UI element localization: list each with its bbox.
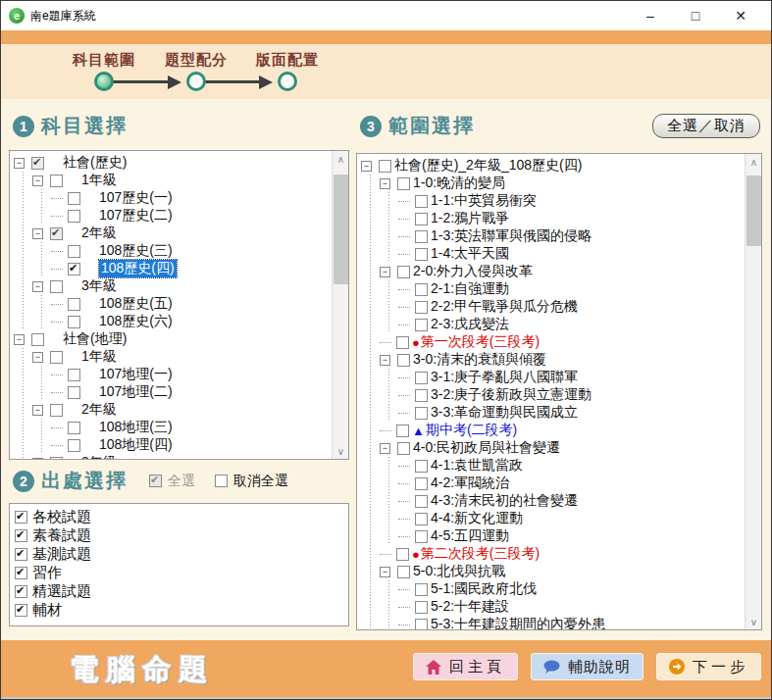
select-all-checkbox[interactable] (149, 475, 162, 487)
deselect-all-checkbox[interactable] (215, 475, 228, 487)
toggle-all-button[interactable]: 全選／取消 (652, 114, 760, 138)
tree-checkbox[interactable] (415, 495, 428, 508)
tree-item-label[interactable]: 3-3:革命運動與民國成立 (431, 404, 578, 422)
tree-item[interactable]: 4-3:清末民初的社會變遷 (361, 492, 745, 510)
tree-item[interactable]: 4-1:袁世凱當政 (361, 457, 745, 475)
tree-item-label[interactable]: 4-0:民初政局與社會變遷 (413, 439, 560, 457)
tree-item[interactable]: 108地理(四) (14, 436, 332, 454)
source-list-item[interactable]: 各校試題 (15, 508, 348, 526)
tree-item[interactable]: 2-2:甲午戰爭與瓜分危機 (361, 298, 745, 316)
tree-item[interactable]: 107歷史(二) (14, 207, 332, 225)
tree-item[interactable]: −5-0:北伐與抗戰 (361, 563, 745, 580)
tree-checkbox[interactable] (68, 210, 80, 223)
close-button[interactable]: ✕ (718, 1, 763, 30)
tree-checkbox[interactable] (31, 157, 44, 170)
tree-item-label[interactable]: 2年級 (81, 225, 117, 242)
tree-checkbox[interactable] (50, 351, 63, 364)
tree-item-label[interactable]: 3年級 (81, 277, 117, 295)
tree-checkbox[interactable] (397, 266, 410, 278)
source-list-item[interactable]: 輔材 (15, 601, 348, 620)
next-button[interactable]: 下一步 (656, 653, 761, 680)
tree-checkbox[interactable] (415, 530, 428, 543)
tree-checkbox[interactable] (50, 404, 63, 417)
tree-item-label[interactable]: 108歷史(四) (99, 260, 177, 277)
expand-collapse-icon[interactable]: − (14, 158, 25, 169)
tree-checkbox[interactable] (415, 619, 428, 630)
tree-item[interactable]: −3年級 (14, 454, 332, 459)
tree-item-label[interactable]: 5-1:國民政府北伐 (431, 580, 537, 598)
tree-item-label[interactable]: 3-2:庚子後新政與立憲運動 (431, 386, 592, 404)
tree-item-label[interactable]: 社會(歷史)_2年級_108歷史(四) (394, 157, 582, 175)
source-checkbox[interactable] (15, 548, 27, 561)
tree-checkbox[interactable] (415, 372, 428, 384)
tree-item[interactable]: −2-0:外力入侵與改革 (361, 263, 745, 280)
scroll-down-icon[interactable]: ∨ (333, 443, 349, 459)
tree-item-label[interactable]: 1-1:中英貿易衝突 (431, 192, 537, 210)
source-checkbox[interactable] (15, 567, 27, 579)
tree-item[interactable]: −1年級 (14, 348, 332, 366)
tree-item-label[interactable]: 2-1:自強運動 (431, 280, 509, 298)
tree-item-label[interactable]: 108歷史(五) (99, 295, 173, 313)
tree-item[interactable]: −2年級 (14, 401, 332, 419)
tree-checkbox[interactable] (397, 354, 410, 367)
tree-item-label[interactable]: 4-4:新文化運動 (431, 510, 523, 527)
tree-checkbox[interactable] (68, 422, 80, 434)
source-checkbox[interactable] (15, 604, 27, 617)
tree-checkbox[interactable] (415, 195, 428, 208)
tree-checkbox[interactable] (68, 369, 80, 381)
tree-checkbox[interactable] (50, 227, 63, 240)
tree-checkbox[interactable] (68, 386, 80, 399)
tree-checkbox[interactable] (415, 248, 428, 261)
tree-item[interactable]: −社會(歷史)_2年級_108歷史(四) (361, 157, 745, 175)
tree-checkbox[interactable] (397, 442, 410, 455)
tree-item[interactable]: −社會(地理) (14, 330, 332, 348)
tree-checkbox[interactable] (415, 230, 428, 243)
tree-item-label[interactable]: 4-3:清末民初的社會變遷 (431, 492, 578, 510)
tree-item-label[interactable]: 4-5:五四運動 (431, 527, 509, 545)
tree-item-label[interactable]: 2-3:戊戌變法 (431, 316, 509, 333)
tree-item[interactable]: 4-4:新文化運動 (361, 510, 745, 527)
tree-checkbox[interactable] (68, 263, 80, 275)
tree-item[interactable]: 5-2:十年建設 (361, 598, 745, 616)
help-button[interactable]: 輔助說明 (531, 653, 643, 680)
tree-item[interactable]: ●第二次段考(三段考) (361, 545, 745, 563)
deselect-all-option[interactable]: 取消全選 (215, 473, 288, 490)
tree-item-label[interactable]: 期中考(二段考) (426, 422, 517, 439)
home-button[interactable]: 回主頁 (413, 653, 518, 680)
expand-collapse-icon[interactable]: − (32, 405, 43, 416)
tree-item-label[interactable]: 3年級 (81, 454, 117, 459)
tree-item-label[interactable]: 1-3:英法聯軍與俄國的侵略 (431, 227, 592, 245)
tree-checkbox[interactable] (68, 192, 80, 205)
tree-item-label[interactable]: 社會(歷史) (63, 154, 127, 172)
tree-checkbox[interactable] (415, 319, 428, 331)
expand-collapse-icon[interactable]: − (380, 355, 390, 366)
source-checkbox[interactable] (15, 511, 27, 524)
tree-checkbox[interactable] (68, 298, 80, 311)
tree-item[interactable]: 2-1:自強運動 (361, 280, 745, 298)
tree-checkbox[interactable] (415, 389, 428, 402)
tree-checkbox[interactable] (415, 213, 428, 225)
tree-item[interactable]: 5-1:國民政府北伐 (361, 580, 745, 598)
source-list-item[interactable]: 精選試題 (15, 582, 348, 601)
tree-checkbox[interactable] (415, 601, 428, 614)
tree-checkbox[interactable] (68, 316, 80, 328)
tree-item[interactable]: −2年級 (14, 225, 332, 242)
tree-item[interactable]: 1-4:太平天國 (361, 245, 745, 263)
source-list-item[interactable]: 習作 (15, 564, 348, 582)
tree-checkbox[interactable] (50, 457, 63, 460)
tree-item-label[interactable]: 1-0:晚清的變局 (413, 175, 505, 192)
minimize-button[interactable]: – (628, 1, 673, 30)
tree-item[interactable]: 1-3:英法聯軍與俄國的侵略 (361, 227, 745, 245)
tree-checkbox[interactable] (415, 460, 428, 473)
expand-collapse-icon[interactable]: − (361, 161, 372, 172)
tree-item[interactable]: −社會(歷史) (14, 154, 332, 172)
expand-collapse-icon[interactable]: − (32, 458, 43, 460)
tree-checkbox[interactable] (68, 245, 80, 258)
scroll-up-icon[interactable]: ∧ (333, 151, 349, 167)
tree-checkbox[interactable] (415, 583, 428, 596)
tree-item-label[interactable]: 107地理(二) (99, 383, 173, 401)
maximize-button[interactable]: □ (673, 1, 718, 30)
tree-item-label[interactable]: 第二次段考(三段考) (421, 545, 540, 563)
tree-item[interactable]: ▲期中考(二段考) (361, 422, 745, 439)
range-tree-scrollbar[interactable]: ∧ ∨ (745, 154, 761, 629)
